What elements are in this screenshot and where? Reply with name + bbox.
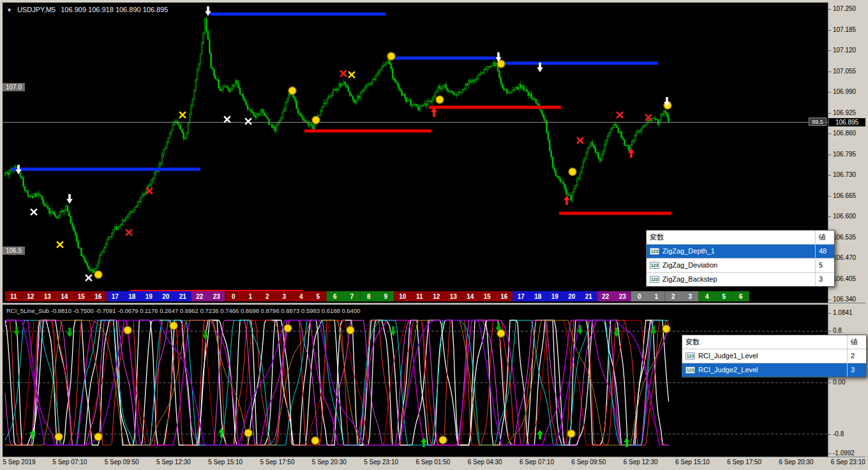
axis-tick	[828, 92, 831, 93]
time-axis-label: 6 Sep 09:50	[571, 459, 606, 466]
candles	[4, 17, 669, 273]
price-axis-label: 106.470	[833, 254, 856, 261]
svg-text:19: 19	[146, 293, 153, 300]
svg-text:2: 2	[266, 293, 269, 300]
svg-text:11: 11	[416, 293, 423, 300]
time-axis-label: 5 Sep 12:30	[156, 459, 191, 466]
svg-text:12: 12	[27, 293, 34, 300]
svg-text:1: 1	[654, 293, 658, 300]
svg-text:9: 9	[384, 293, 387, 300]
param-value: 3	[847, 363, 866, 377]
time-axis-label: 5 Sep 07:10	[52, 459, 87, 466]
svg-text:5: 5	[722, 293, 726, 300]
zigzag-variables-table: 変数値123ZigZag_Depth_148123ZigZag_Deviatio…	[646, 230, 835, 287]
svg-text:23: 23	[619, 293, 627, 300]
price-axis-label: 106.730	[833, 171, 856, 178]
svg-text:20: 20	[162, 293, 170, 300]
svg-text:4: 4	[299, 293, 303, 300]
session-hour-strip: 1112131415161718192021222301234567891011…	[5, 291, 749, 301]
time-axis-label: 6 Sep 17:50	[727, 459, 761, 466]
svg-text:14: 14	[467, 293, 474, 300]
axis-tick	[828, 299, 831, 300]
time-axis-label: 5 Sep 2019	[3, 459, 35, 466]
axis-tick	[828, 383, 831, 383]
param-value: 5	[815, 259, 834, 272]
price-axis-label: 106.925	[833, 109, 856, 116]
svg-text:13: 13	[44, 293, 52, 300]
svg-text:22: 22	[602, 293, 610, 300]
svg-text:22: 22	[196, 293, 204, 300]
time-axis-label: 6 Sep 07:10	[520, 459, 554, 466]
price-axis-label: 106.340	[833, 296, 856, 303]
svg-text:8: 8	[367, 293, 371, 300]
param-row[interactable]: 123RCI_Judge1_Level2	[682, 349, 866, 363]
svg-text:15: 15	[484, 293, 491, 300]
svg-text:0: 0	[638, 293, 641, 300]
axis-tick	[828, 331, 831, 331]
time-axis-label: 5 Sep 17:50	[260, 459, 295, 466]
time-axis-label: 6 Sep 01:50	[415, 459, 450, 466]
svg-text:16: 16	[94, 293, 102, 300]
svg-text:4: 4	[705, 293, 709, 300]
param-table-header: 変数値	[647, 231, 834, 244]
price-axis-label: 107.185	[833, 26, 856, 33]
variable-column-header: 変数	[682, 335, 847, 349]
param-row[interactable]: 123ZigZag_Depth_148	[647, 244, 834, 258]
axis-tick	[828, 175, 831, 176]
param-row[interactable]: 123ZigZag_Backstep3	[647, 272, 834, 286]
level-lines	[11, 14, 671, 213]
value-column-header: 値	[847, 335, 866, 349]
time-axis-label: 5 Sep 20:30	[312, 459, 347, 466]
chart-content: 1112131415161718192021222301234567891011…	[3, 3, 865, 467]
bid-line-mini-tag: 89.5	[809, 118, 827, 126]
svg-text:0: 0	[232, 293, 236, 300]
round-price-tag-106-5: 106.5	[3, 246, 25, 255]
svg-text:13: 13	[450, 293, 458, 300]
svg-text:20: 20	[568, 293, 576, 300]
time-axis-label: 5 Sep 23:10	[364, 459, 398, 466]
param-name: ZigZag_Backstep	[662, 273, 717, 286]
numeric-type-icon: 123	[685, 352, 695, 360]
param-name: ZigZag_Deviation	[662, 259, 717, 272]
price-axis-label: 106.535	[833, 234, 856, 241]
bid-price-tag: 106.895	[828, 118, 865, 126]
time-axis-label: 6 Sep 15:10	[675, 459, 710, 466]
axis-tick	[828, 196, 831, 197]
indicator-axis-label: -0.8	[833, 430, 844, 437]
time-axis[interactable]: 5 Sep 20195 Sep 07:105 Sep 09:505 Sep 12…	[3, 457, 865, 467]
param-name: ZigZag_Depth_1	[662, 245, 715, 258]
svg-text:17: 17	[112, 293, 119, 300]
rci-variables-table: 変数値123RCI_Judge1_Level2123RCI_Judge2_Lev…	[682, 335, 867, 377]
svg-text:15: 15	[78, 293, 86, 300]
mt4-chart-window: 1112131415161718192021222301234567891011…	[0, 0, 868, 470]
pane-separator[interactable]	[3, 303, 865, 305]
axis-tick	[828, 133, 831, 134]
price-axis-label: 106.990	[833, 88, 856, 95]
rci-indicator-pane[interactable]	[3, 305, 828, 457]
svg-text:6: 6	[333, 293, 337, 300]
svg-text:14: 14	[61, 293, 68, 300]
time-axis-label: 6 Sep 20:30	[779, 459, 814, 466]
svg-text:3: 3	[282, 293, 286, 300]
axis-tick	[828, 216, 831, 217]
svg-text:1: 1	[248, 293, 252, 300]
axis-tick	[828, 434, 831, 435]
svg-text:10: 10	[399, 293, 407, 300]
indicator-axis-label: 0.00	[833, 379, 845, 386]
axis-tick	[828, 453, 831, 454]
svg-text:21: 21	[179, 293, 187, 300]
axis-tick	[828, 155, 831, 155]
param-row[interactable]: 123RCI_Judge2_Level3	[682, 363, 866, 377]
indicator-axis-label: -1.0992	[833, 450, 855, 457]
svg-text:23: 23	[213, 293, 221, 300]
symbol-dropdown-icon[interactable]: ▼	[6, 6, 12, 15]
param-row[interactable]: 123ZigZag_Deviation5	[647, 258, 834, 272]
price-axis-label: 107.055	[833, 68, 856, 75]
param-table-header: 変数値	[682, 335, 866, 349]
variable-column-header: 変数	[647, 231, 815, 244]
svg-text:17: 17	[518, 293, 525, 300]
svg-text:12: 12	[433, 293, 440, 300]
ohlc-readout: 106.909 106.918 106.890 106.895	[61, 6, 168, 15]
param-value: 3	[815, 273, 834, 286]
indicator-axis-label: 1.0841	[833, 309, 853, 316]
